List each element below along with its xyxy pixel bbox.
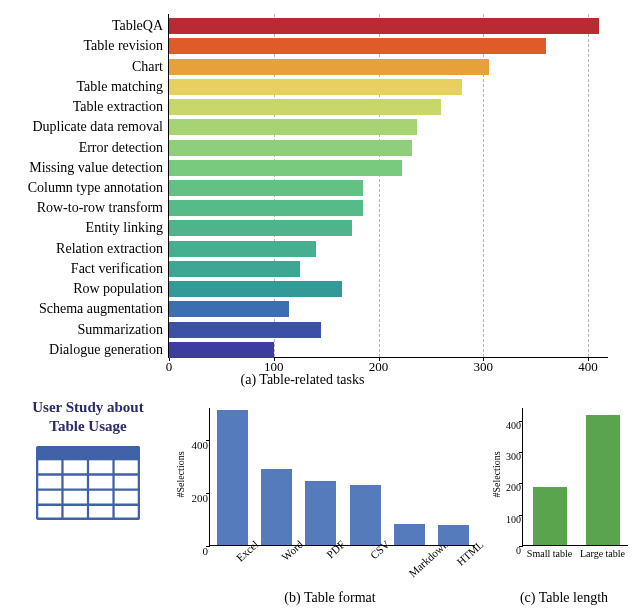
chart-a-category-label: Schema augmentation bbox=[39, 301, 163, 317]
chart-a-bar bbox=[169, 79, 462, 95]
chart-b-bar bbox=[350, 485, 381, 545]
chart-a-row: Table revision bbox=[169, 36, 609, 56]
chart-a-category-label: Chart bbox=[132, 59, 163, 75]
chart-a-row: Duplicate data removal bbox=[169, 117, 609, 137]
chart-a-bar bbox=[169, 119, 417, 135]
chart-a-bar bbox=[169, 99, 441, 115]
chart-a-bar bbox=[169, 322, 321, 338]
chart-a-row: Dialogue generation bbox=[169, 340, 609, 360]
chart-a-category-label: Summarization bbox=[77, 322, 163, 338]
chart-c-xtick: Small table bbox=[527, 548, 572, 559]
chart-a-row: Column type annotation bbox=[169, 178, 609, 198]
chart-a-bar bbox=[169, 160, 402, 176]
chart-a-row: Relation extraction bbox=[169, 239, 609, 259]
chart-a-category-label: Table matching bbox=[77, 79, 164, 95]
chart-b-ytick: 200 bbox=[182, 492, 208, 504]
chart-b-bar bbox=[305, 481, 336, 545]
chart-a-bar bbox=[169, 301, 289, 317]
chart-a-category-label: Error detection bbox=[79, 140, 163, 156]
chart-c-plot: 0100200300400Small tableLarge table bbox=[522, 408, 628, 546]
bottom-row: User Study about Table Usage #Selections… bbox=[0, 398, 640, 608]
chart-a-row: Summarization bbox=[169, 320, 609, 340]
chart-a-bar bbox=[169, 220, 352, 236]
user-study-block: User Study about Table Usage bbox=[8, 398, 168, 524]
chart-a-category-label: Table revision bbox=[84, 38, 164, 54]
chart-b-ylabel: #Selections bbox=[173, 400, 187, 548]
chart-c: #Selections 0100200300400Small tableLarg… bbox=[494, 400, 634, 604]
chart-a-bar bbox=[169, 261, 300, 277]
chart-c-bar bbox=[533, 487, 567, 545]
table-icon bbox=[36, 446, 140, 520]
chart-c-ytick: 100 bbox=[499, 513, 521, 524]
chart-b-bar bbox=[217, 410, 248, 545]
chart-b-bar bbox=[261, 469, 292, 545]
chart-a-bar bbox=[169, 281, 342, 297]
chart-a-bar bbox=[169, 241, 316, 257]
chart-b-plot: 0200400ExcelWordPDFCSVMarkdownHTML bbox=[209, 408, 475, 546]
chart-b-bar bbox=[394, 524, 425, 545]
chart-a-bar bbox=[169, 180, 363, 196]
chart-a-row: Error detection bbox=[169, 138, 609, 158]
chart-a-row: Missing value detection bbox=[169, 158, 609, 178]
chart-b-ytick: 0 bbox=[182, 545, 208, 557]
user-study-title-line1: User Study about bbox=[32, 399, 143, 415]
user-study-title: User Study about Table Usage bbox=[8, 398, 168, 436]
chart-c-ytick: 400 bbox=[499, 419, 521, 430]
chart-b: #Selections 0200400ExcelWordPDFCSVMarkdo… bbox=[175, 400, 485, 604]
chart-b-title: (b) Table format bbox=[175, 590, 485, 606]
chart-a-category-label: Fact verification bbox=[71, 261, 163, 277]
chart-a-row: TableQA bbox=[169, 16, 609, 36]
chart-a-row: Chart bbox=[169, 57, 609, 77]
chart-a-category-label: Missing value detection bbox=[29, 160, 163, 176]
chart-a-row: Schema augmentation bbox=[169, 299, 609, 319]
chart-a-row: Entity linking bbox=[169, 218, 609, 238]
chart-a-category-label: Entity linking bbox=[86, 220, 163, 236]
chart-a-bar bbox=[169, 59, 489, 75]
chart-a-bar bbox=[169, 140, 412, 156]
chart-a-category-label: Table extraction bbox=[73, 99, 163, 115]
chart-a: 0100200300400TableQATable revisionChartT… bbox=[10, 10, 625, 388]
chart-a-bar bbox=[169, 200, 363, 216]
user-study-title-line2: Table Usage bbox=[49, 418, 126, 434]
chart-a-title: (a) Table-related tasks bbox=[10, 372, 595, 388]
chart-a-row: Fact verification bbox=[169, 259, 609, 279]
chart-a-plot: 0100200300400TableQATable revisionChartT… bbox=[168, 14, 608, 358]
chart-a-category-label: Row-to-row transform bbox=[37, 200, 163, 216]
chart-a-category-label: Relation extraction bbox=[56, 241, 163, 257]
chart-a-category-label: TableQA bbox=[112, 18, 163, 34]
chart-a-row: Table extraction bbox=[169, 97, 609, 117]
chart-c-title: (c) Table length bbox=[494, 590, 634, 606]
chart-c-xtick: Large table bbox=[580, 548, 625, 559]
chart-a-bar bbox=[169, 342, 274, 358]
chart-c-ytick: 200 bbox=[499, 482, 521, 493]
chart-c-bar bbox=[586, 415, 620, 545]
chart-a-category-label: Dialogue generation bbox=[49, 342, 163, 358]
chart-a-category-label: Duplicate data removal bbox=[32, 119, 163, 135]
chart-a-row: Table matching bbox=[169, 77, 609, 97]
chart-c-ytick: 300 bbox=[499, 450, 521, 461]
chart-b-bar bbox=[438, 525, 469, 545]
chart-a-row: Row population bbox=[169, 279, 609, 299]
chart-a-bar bbox=[169, 18, 599, 34]
chart-a-bar bbox=[169, 38, 546, 54]
chart-a-row: Row-to-row transform bbox=[169, 198, 609, 218]
chart-a-category-label: Column type annotation bbox=[28, 180, 163, 196]
chart-b-ytick: 400 bbox=[182, 439, 208, 451]
chart-c-ytick: 0 bbox=[499, 545, 521, 556]
chart-a-category-label: Row population bbox=[73, 281, 163, 297]
